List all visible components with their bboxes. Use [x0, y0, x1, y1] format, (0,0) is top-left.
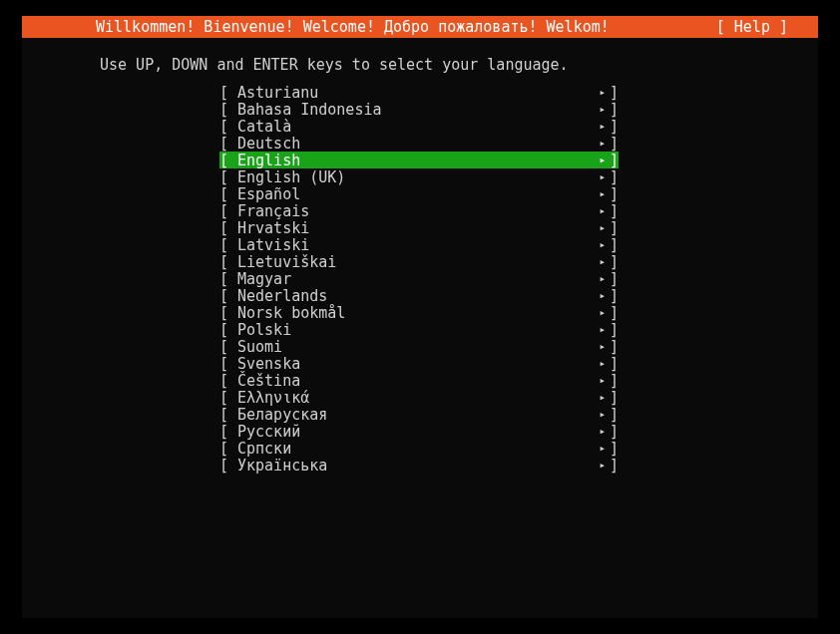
language-option[interactable]: [ Latviski▸ ] — [219, 236, 619, 253]
bracket-right: ] — [609, 185, 619, 203]
submenu-arrow-icon: ▸ — [599, 255, 606, 268]
bracket-left: [ — [219, 338, 237, 356]
bracket-left: [ — [219, 118, 237, 136]
language-option[interactable]: [ Català▸ ] — [219, 118, 619, 135]
language-option[interactable]: [ Čeština▸ ] — [219, 372, 619, 389]
language-option[interactable]: [ Беларуская▸ ] — [219, 406, 619, 423]
language-option[interactable]: [ Ελληνικά▸ ] — [219, 389, 619, 406]
submenu-arrow-icon: ▸ — [599, 137, 606, 150]
language-option[interactable]: [ Nederlands▸ ] — [219, 287, 619, 304]
language-label: Français — [237, 202, 599, 220]
language-option[interactable]: [ Polski▸ ] — [219, 321, 619, 338]
language-option[interactable]: [ Українська▸ ] — [219, 457, 619, 474]
language-label: Українська — [237, 457, 599, 475]
bracket-right: ] — [609, 321, 619, 339]
submenu-arrow-icon: ▸ — [599, 340, 606, 353]
submenu-arrow-icon: ▸ — [599, 323, 606, 336]
header-title: Willkommen! Bienvenue! Welcome! Добро по… — [96, 18, 610, 36]
bracket-right: ] — [609, 287, 619, 305]
submenu-arrow-icon: ▸ — [599, 442, 606, 455]
submenu-arrow-icon: ▸ — [599, 221, 606, 234]
language-list[interactable]: [ Asturianu▸ ][ Bahasa Indonesia▸ ][ Cat… — [22, 82, 818, 474]
language-label: Deutsch — [237, 135, 599, 153]
bracket-right: ] — [609, 440, 619, 458]
submenu-arrow-icon: ▸ — [599, 425, 606, 438]
bracket-right: ] — [609, 236, 619, 254]
language-option[interactable]: [ Suomi▸ ] — [219, 338, 619, 355]
bracket-right: ] — [609, 101, 619, 119]
language-label: Hrvatski — [237, 219, 599, 237]
bracket-left: [ — [219, 389, 237, 407]
language-label: Беларуская — [237, 406, 599, 424]
language-label: Suomi — [237, 338, 599, 356]
language-option[interactable]: [ Svenska▸ ] — [219, 355, 619, 372]
bracket-left: [ — [219, 185, 237, 203]
submenu-arrow-icon: ▸ — [599, 170, 606, 183]
submenu-arrow-icon: ▸ — [599, 391, 606, 404]
language-label: Català — [237, 118, 599, 136]
language-option[interactable]: [ Lietuviškai▸ ] — [219, 253, 619, 270]
bracket-left: [ — [219, 152, 237, 169]
bracket-right: ] — [609, 389, 619, 407]
bracket-right: ] — [609, 118, 619, 136]
language-option[interactable]: [ Español▸ ] — [219, 185, 619, 202]
language-option[interactable]: [ English▸ ] — [219, 152, 619, 168]
bracket-left: [ — [219, 84, 237, 102]
submenu-arrow-icon: ▸ — [599, 306, 606, 319]
language-option[interactable]: [ Français▸ ] — [219, 202, 619, 219]
language-label: Čeština — [237, 372, 599, 390]
language-label: Español — [237, 185, 599, 203]
help-button[interactable]: [ Help ] — [716, 18, 788, 36]
language-label: Latviski — [237, 236, 599, 254]
bracket-left: [ — [219, 168, 237, 186]
submenu-arrow-icon: ▸ — [599, 408, 606, 421]
language-label: Bahasa Indonesia — [237, 101, 599, 119]
instruction-text: Use UP, DOWN and ENTER keys to select yo… — [22, 38, 818, 82]
language-label: Lietuviškai — [237, 253, 599, 271]
language-option[interactable]: [ Bahasa Indonesia▸ ] — [219, 101, 619, 118]
submenu-arrow-icon: ▸ — [599, 204, 606, 217]
language-option[interactable]: [ Asturianu▸ ] — [219, 84, 619, 101]
bracket-right: ] — [609, 304, 619, 322]
bracket-right: ] — [609, 270, 619, 288]
bracket-right: ] — [609, 372, 619, 390]
language-option[interactable]: [ Magyar▸ ] — [219, 270, 619, 287]
language-label: Русский — [237, 423, 599, 441]
language-label: Asturianu — [237, 84, 599, 102]
bracket-right: ] — [609, 135, 619, 153]
bracket-left: [ — [219, 304, 237, 322]
language-option[interactable]: [ English (UK)▸ ] — [219, 168, 619, 185]
bracket-left: [ — [219, 253, 237, 271]
bracket-left: [ — [219, 321, 237, 339]
language-label: Српски — [237, 440, 599, 458]
submenu-arrow-icon: ▸ — [599, 103, 606, 116]
header-bar: Willkommen! Bienvenue! Welcome! Добро по… — [22, 16, 818, 38]
bracket-right: ] — [609, 406, 619, 424]
bracket-left: [ — [219, 372, 237, 390]
submenu-arrow-icon: ▸ — [599, 120, 606, 133]
installer-screen: Willkommen! Bienvenue! Welcome! Добро по… — [22, 16, 818, 618]
submenu-arrow-icon: ▸ — [599, 86, 606, 99]
bracket-right: ] — [609, 457, 619, 475]
language-option[interactable]: [ Deutsch▸ ] — [219, 135, 619, 152]
submenu-arrow-icon: ▸ — [599, 238, 606, 251]
bracket-left: [ — [219, 457, 237, 475]
bracket-left: [ — [219, 219, 237, 237]
language-option[interactable]: [ Српски▸ ] — [219, 440, 619, 457]
bracket-right: ] — [609, 152, 619, 169]
bracket-left: [ — [219, 440, 237, 458]
language-option[interactable]: [ Norsk bokmål▸ ] — [219, 304, 619, 321]
bracket-right: ] — [609, 253, 619, 271]
language-option[interactable]: [ Hrvatski▸ ] — [219, 219, 619, 236]
language-label: English — [237, 152, 599, 169]
submenu-arrow-icon: ▸ — [599, 289, 606, 302]
bracket-right: ] — [609, 202, 619, 220]
bracket-left: [ — [219, 287, 237, 305]
bracket-left: [ — [219, 135, 237, 153]
bracket-right: ] — [609, 338, 619, 356]
language-option[interactable]: [ Русский▸ ] — [219, 423, 619, 440]
bracket-right: ] — [609, 84, 619, 102]
language-label: Ελληνικά — [237, 389, 599, 407]
bracket-left: [ — [219, 202, 237, 220]
submenu-arrow-icon: ▸ — [599, 154, 606, 166]
